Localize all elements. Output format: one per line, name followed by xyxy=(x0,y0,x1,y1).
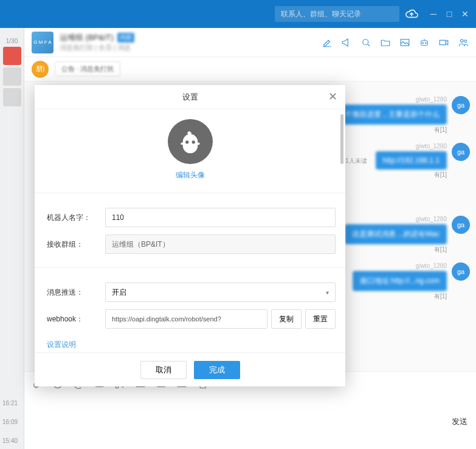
announcement-icon[interactable] xyxy=(341,37,352,48)
close-button[interactable]: ✕ xyxy=(461,10,469,18)
msg-sender: giwto_1280 xyxy=(416,216,447,222)
msg-avatar[interactable]: ga xyxy=(452,96,470,114)
msg-status: 有[1] xyxy=(434,171,447,179)
announcement-tag[interactable]: 公告 · 消息免打扰 xyxy=(55,61,120,77)
chat-header: G M F A 运维组 (BP&IT) 内部 消息免打扰 | 全员 | 消息 xyxy=(24,28,476,57)
push-select[interactable]: 开启 ▾ xyxy=(105,283,336,302)
svg-point-0 xyxy=(363,39,368,44)
push-value: 开启 xyxy=(112,287,126,298)
msg-bubble[interactable]: 接口地址:http://...ng.com xyxy=(353,271,447,291)
robot-name-label: 机器人名字： xyxy=(44,213,105,223)
time-label: 16:09 xyxy=(2,419,18,425)
chat-input-area[interactable]: 发送 xyxy=(24,396,476,449)
sidebar-item[interactable] xyxy=(3,88,21,106)
search-input[interactable]: 联系人、群组、聊天记录 xyxy=(275,6,399,22)
msg-sender: giwto_1280 xyxy=(416,96,447,103)
svg-point-3 xyxy=(423,43,424,44)
msg-sender: giwto_1280 xyxy=(416,143,447,149)
msg-avatar[interactable]: ga xyxy=(452,216,470,234)
modal-title: 设置 xyxy=(182,92,198,103)
webhook-input[interactable] xyxy=(105,309,267,329)
divider xyxy=(35,267,345,268)
msg-status: 有[1] xyxy=(434,245,447,254)
conversation-sidebar: 1/30 16:21 16:09 15:40 xyxy=(0,28,24,449)
push-label: 消息推送： xyxy=(44,287,105,298)
unread-hint: 1人未读 xyxy=(345,157,367,165)
internal-badge: 内部 xyxy=(117,33,134,43)
group-subtitle: 消息免打扰 | 全员 | 消息 xyxy=(60,43,316,52)
chevron-down-icon: ▾ xyxy=(326,289,329,296)
folder-icon[interactable] xyxy=(380,37,391,48)
reset-button[interactable]: 重置 xyxy=(305,309,336,329)
svg-rect-5 xyxy=(440,40,446,45)
group-name: 运维组 (BP&IT) xyxy=(60,32,114,43)
search-placeholder: 联系人、群组、聊天记录 xyxy=(281,9,361,19)
group-avatar[interactable]: G M F A xyxy=(32,32,53,53)
svg-point-4 xyxy=(426,43,427,44)
scrollbar[interactable] xyxy=(340,114,343,164)
maximize-button[interactable]: □ xyxy=(446,10,453,18)
sidebar-item[interactable] xyxy=(3,47,21,65)
msg-status: 有[1] xyxy=(434,292,447,301)
svg-point-6 xyxy=(461,39,464,42)
msg-avatar[interactable]: ga xyxy=(452,262,470,281)
group-input xyxy=(105,235,336,254)
time-label: 15:40 xyxy=(2,437,18,444)
msg-sender: giwto_1280 xyxy=(416,262,447,269)
msg-status: 有[1] xyxy=(434,126,447,134)
robot-icon[interactable] xyxy=(419,37,430,48)
time-label: 16:21 xyxy=(2,400,18,406)
copy-button[interactable]: 复制 xyxy=(271,309,302,329)
svg-point-7 xyxy=(464,39,467,42)
search-chat-icon[interactable] xyxy=(360,37,371,48)
close-icon[interactable]: ✕ xyxy=(328,92,338,102)
group-label: 接收群组： xyxy=(44,239,105,250)
image-icon[interactable] xyxy=(399,37,410,48)
robot-name-input[interactable] xyxy=(105,208,336,227)
divider xyxy=(35,193,345,193)
finish-button[interactable]: 完成 xyxy=(194,361,240,379)
video-icon[interactable] xyxy=(438,37,449,48)
webhook-label: webhook： xyxy=(44,314,105,324)
settings-help-link[interactable]: 设置说明 xyxy=(44,332,336,352)
settings-modal: 设置 ✕ 编辑头像 机器人名字： 接收群组： 消息推送： xyxy=(35,85,345,386)
sub-avatar: 朋) xyxy=(32,61,49,78)
cloud-upload-icon[interactable] xyxy=(404,7,419,21)
sidebar-time: 1/30 xyxy=(0,38,24,44)
msg-bubble[interactable]: 这是测试消息 ...的还有Mac xyxy=(345,224,447,244)
sidebar-item[interactable] xyxy=(3,67,21,86)
msg-avatar[interactable]: ga xyxy=(452,143,470,161)
robot-avatar[interactable] xyxy=(168,119,213,164)
minimize-button[interactable]: ─ xyxy=(430,10,437,18)
send-button[interactable]: 发送 xyxy=(452,416,467,427)
cancel-button[interactable]: 取消 xyxy=(140,361,187,379)
edit-avatar-link[interactable]: 编辑头像 xyxy=(176,170,205,180)
edit-icon[interactable] xyxy=(322,37,333,48)
msg-bubble[interactable]: http://192.168.1.1 xyxy=(376,151,447,170)
svg-rect-2 xyxy=(421,41,428,46)
members-icon[interactable] xyxy=(458,37,469,48)
